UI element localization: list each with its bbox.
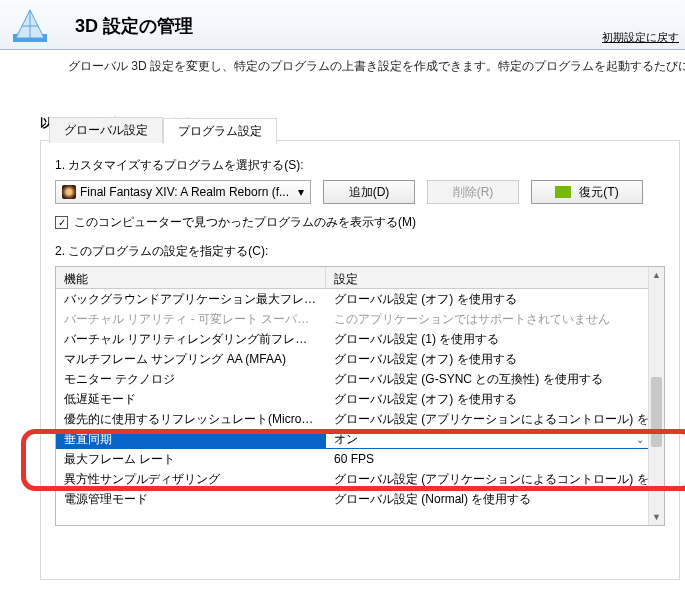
table-row[interactable]: 異方性サンプルディザリンググローバル設定 (アプリケーションによるコントロール)…: [56, 469, 664, 489]
scrollbar-thumb[interactable]: [651, 377, 662, 447]
setting-cell: グローバル設定 (アプリケーションによるコントロール) を: [326, 411, 664, 428]
table-row[interactable]: 電源管理モードグローバル設定 (Normal) を使用する: [56, 489, 664, 509]
step2-label: 2. このプログラムの設定を指定する(C):: [55, 243, 665, 260]
chevron-down-icon: ▾: [298, 185, 304, 199]
nvidia-logo-icon: [555, 186, 571, 198]
table-scrollbar[interactable]: ▲ ▼: [648, 267, 664, 525]
setting-cell: グローバル設定 (オフ) を使用する: [326, 351, 664, 368]
scroll-down-icon[interactable]: ▼: [649, 509, 664, 525]
settings-table: 機能 設定 バックグラウンドアプリケーション最大フレームレートグローバル設定 (…: [55, 266, 665, 526]
table-row[interactable]: 垂直同期オン⌄: [56, 429, 664, 449]
table-row[interactable]: マルチフレーム サンプリング AA (MFAA)グローバル設定 (オフ) を使用…: [56, 349, 664, 369]
column-header-setting: 設定: [326, 267, 664, 288]
setting-cell: グローバル設定 (G-SYNC との互換性) を使用する: [326, 371, 664, 388]
feature-cell: モニター テクノロジ: [56, 371, 326, 388]
program-app-icon: [62, 185, 76, 199]
setting-cell: グローバル設定 (Normal) を使用する: [326, 491, 664, 508]
program-select[interactable]: Final Fantasy XIV: A Realm Reborn (f... …: [55, 180, 311, 204]
show-found-only-label: このコンピューターで見つかったプログラムのみを表示する(M): [74, 214, 416, 231]
step1-label: 1. カスタマイズするプログラムを選択する(S):: [55, 157, 665, 174]
table-row[interactable]: モニター テクノロジグローバル設定 (G-SYNC との互換性) を使用する: [56, 369, 664, 389]
setting-cell: グローバル設定 (1) を使用する: [326, 331, 664, 348]
scroll-up-icon[interactable]: ▲: [649, 267, 664, 283]
feature-cell: 異方性サンプルディザリング: [56, 471, 326, 488]
tab-global[interactable]: グローバル設定: [49, 117, 163, 143]
show-found-only-checkbox[interactable]: ✓: [55, 216, 68, 229]
feature-cell: バックグラウンドアプリケーション最大フレームレート: [56, 291, 326, 308]
setting-cell: グローバル設定 (オフ) を使用する: [326, 291, 664, 308]
setting-cell: このアプリケーションではサポートされていません: [326, 311, 664, 328]
reset-defaults-link[interactable]: 初期設定に戻す: [602, 30, 679, 45]
table-row[interactable]: 低遅延モードグローバル設定 (オフ) を使用する: [56, 389, 664, 409]
page-title: 3D 設定の管理: [75, 14, 193, 38]
restore-button[interactable]: 復元(T): [531, 180, 643, 204]
feature-cell: マルチフレーム サンプリング AA (MFAA): [56, 351, 326, 368]
feature-cell: 低遅延モード: [56, 391, 326, 408]
table-row[interactable]: バーチャル リアリティレンダリング前フレーム数グローバル設定 (1) を使用する: [56, 329, 664, 349]
restore-button-label: 復元(T): [579, 184, 618, 201]
feature-cell: 電源管理モード: [56, 491, 326, 508]
chevron-down-icon: ⌄: [636, 434, 644, 445]
feature-cell: 垂直同期: [56, 431, 326, 448]
feature-cell: バーチャル リアリティ - 可変レート スーパーサンプリング: [56, 311, 326, 328]
table-row[interactable]: 最大フレーム レート60 FPS: [56, 449, 664, 469]
table-row[interactable]: 優先的に使用するリフレッシュレート(Microstar M...グローバル設定 …: [56, 409, 664, 429]
setting-cell: 60 FPS: [326, 452, 664, 466]
table-row[interactable]: バックグラウンドアプリケーション最大フレームレートグローバル設定 (オフ) を使…: [56, 289, 664, 309]
table-row[interactable]: バーチャル リアリティ - 可変レート スーパーサンプリングこのアプリケーション…: [56, 309, 664, 329]
remove-button: 削除(R): [427, 180, 519, 204]
column-header-feature: 機能: [56, 267, 326, 288]
tab-program[interactable]: プログラム設定: [163, 118, 277, 144]
feature-cell: 優先的に使用するリフレッシュレート(Microstar M...: [56, 411, 326, 428]
feature-cell: バーチャル リアリティレンダリング前フレーム数: [56, 331, 326, 348]
setting-cell: グローバル設定 (オフ) を使用する: [326, 391, 664, 408]
program-select-value: Final Fantasy XIV: A Realm Reborn (f...: [80, 185, 294, 199]
setting-cell[interactable]: オン⌄: [326, 431, 664, 448]
page-description: グローバル 3D 設定を変更し、特定のプログラムの上書き設定を作成できます。特定…: [68, 58, 685, 75]
feature-cell: 最大フレーム レート: [56, 451, 326, 468]
setting-cell: グローバル設定 (アプリケーションによるコントロール) を: [326, 471, 664, 488]
add-button[interactable]: 追加(D): [323, 180, 415, 204]
app-icon: [10, 6, 50, 46]
